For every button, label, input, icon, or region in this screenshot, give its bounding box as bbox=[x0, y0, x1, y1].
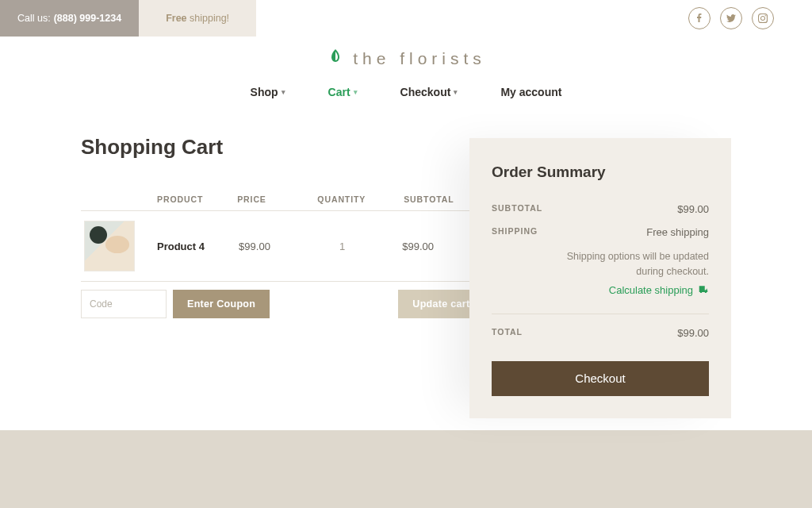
nav-cart[interactable]: Cart ▾ bbox=[328, 86, 358, 98]
subtotal-label: SUBTOTAL bbox=[492, 203, 542, 215]
nav-checkout[interactable]: Checkout ▾ bbox=[400, 86, 458, 98]
nav-label: Cart bbox=[328, 86, 350, 98]
product-price: $99.00 bbox=[239, 241, 320, 252]
call-number: (888) 999-1234 bbox=[54, 13, 121, 24]
col-product: PRODUCT bbox=[157, 194, 237, 204]
total-label: TOTAL bbox=[492, 327, 523, 339]
shipping-label: SHIPPING bbox=[492, 226, 538, 238]
free-suffix: shipping! bbox=[187, 13, 230, 24]
calculate-shipping-link[interactable]: Calculate shipping bbox=[492, 284, 709, 296]
summary-subtotal-row: SUBTOTAL $99.00 bbox=[492, 203, 709, 215]
product-thumbnail[interactable] bbox=[84, 221, 135, 271]
checkout-button[interactable]: Checkout bbox=[492, 361, 709, 396]
truck-icon bbox=[698, 284, 709, 295]
nav-label: My account bbox=[500, 86, 561, 98]
chevron-down-icon: ▾ bbox=[454, 88, 458, 96]
logo[interactable]: the florists bbox=[0, 40, 812, 78]
divider bbox=[492, 314, 709, 314]
order-summary: Order Summary SUBTOTAL $99.00 SHIPPING F… bbox=[469, 138, 731, 418]
social-links bbox=[688, 0, 812, 37]
coupon-input[interactable] bbox=[81, 290, 167, 318]
main-nav: Shop ▾ Cart ▾ Checkout ▾ My account bbox=[0, 86, 812, 98]
product-quantity[interactable]: 1 bbox=[320, 241, 402, 252]
subtotal-value: $99.00 bbox=[677, 203, 709, 215]
chevron-down-icon: ▾ bbox=[354, 88, 358, 96]
shipping-value: Free shipping bbox=[646, 226, 709, 238]
free-shipping-banner: Free shipping! bbox=[139, 0, 256, 37]
summary-total-row: TOTAL $99.00 bbox=[492, 327, 709, 339]
nav-shop[interactable]: Shop ▾ bbox=[251, 86, 285, 98]
calc-label: Calculate shipping bbox=[609, 284, 693, 296]
summary-shipping-row: SHIPPING Free shipping bbox=[492, 226, 709, 238]
call-prefix: Call us: bbox=[17, 13, 51, 24]
facebook-icon[interactable] bbox=[688, 7, 710, 29]
instagram-icon[interactable] bbox=[752, 7, 774, 29]
nav-my-account[interactable]: My account bbox=[500, 86, 561, 98]
cart-row: Product 4 $99.00 1 $99.00 bbox=[81, 210, 484, 282]
twitter-icon[interactable] bbox=[720, 7, 742, 29]
chevron-down-icon: ▾ bbox=[282, 88, 285, 96]
summary-title: Order Summary bbox=[492, 164, 709, 181]
total-value: $99.00 bbox=[677, 327, 709, 339]
free-label: Free bbox=[166, 13, 186, 24]
top-bar: Call us: (888) 999-1234 Free shipping! bbox=[0, 0, 812, 37]
footer-background bbox=[0, 430, 812, 508]
nav-label: Checkout bbox=[400, 86, 451, 98]
logo-text: the florists bbox=[353, 49, 486, 68]
logo-icon bbox=[326, 48, 345, 70]
product-name[interactable]: Product 4 bbox=[157, 241, 239, 252]
nav-label: Shop bbox=[251, 86, 278, 98]
shipping-note: Shipping options will be updated during … bbox=[492, 249, 709, 279]
col-quantity: QUANTITY bbox=[317, 194, 404, 204]
page-body: Shopping Cart PRODUCT PRICE QUANTITY SUB… bbox=[81, 135, 731, 318]
col-price: PRICE bbox=[237, 194, 317, 204]
apply-coupon-button[interactable]: Enter Coupon bbox=[173, 290, 270, 318]
cart-table: PRODUCT PRICE QUANTITY SUBTOTAL Product … bbox=[81, 194, 484, 318]
cart-header-row: PRODUCT PRICE QUANTITY SUBTOTAL bbox=[81, 194, 484, 210]
cart-actions: Enter Coupon Update cart bbox=[81, 290, 484, 318]
call-us[interactable]: Call us: (888) 999-1234 bbox=[0, 0, 139, 37]
